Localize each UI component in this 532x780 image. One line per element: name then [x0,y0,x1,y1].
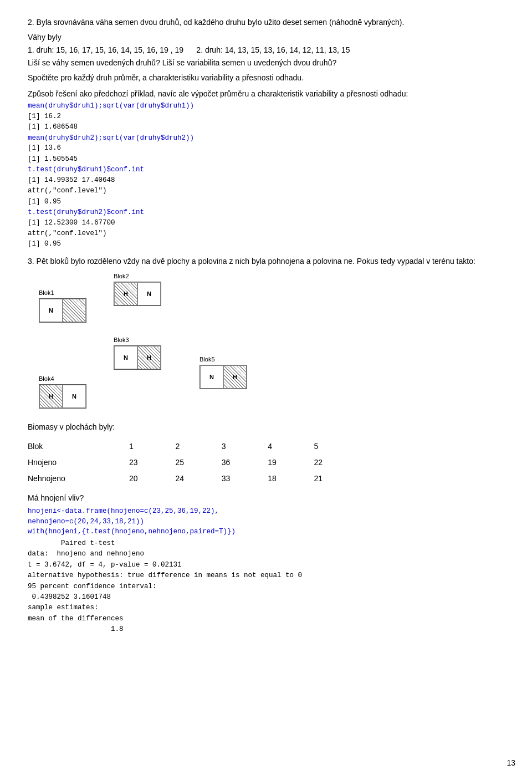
biomasy-hnojeno-v2: 25 [175,455,221,471]
biomasy-nehnojeno-v5: 21 [314,471,360,487]
blok1-cell-h [63,299,86,322]
blok4-label: Blok4 [39,374,86,384]
blok1-container: Blok1 N [39,288,86,323]
hnojeni-code-block: hnojeni<-data.frame(hnojeno=c(23,25,36,1… [28,506,504,537]
blok3-label: Blok3 [114,335,161,345]
blok5-cell-h: H [223,365,247,389]
druh1-data: 1. druh: 15, 16, 17, 15, 16, 14, 15, 16,… [28,44,504,56]
biomasy-hnojeno-label: Hnojeno [28,455,129,471]
blok4-container: Blok4 H N [39,374,86,409]
code-block-conf-druh2: t.test(druhy$druh2)$conf.int [1] 12.5230… [28,207,504,250]
blok5-cell-n: N [200,365,223,389]
biomasy-col-4: 4 [268,439,314,455]
blok5-container: Blok5 N H [200,355,247,390]
spoctete-text: Spočtěte pro každý druh průměr, a charak… [28,72,504,84]
blok2-label: Blok2 [114,272,161,281]
biomasy-title: Biomasy v plochách byly: [28,421,504,433]
page-number: 13 [507,757,515,769]
biomasy-nehnojeno-v3: 33 [222,471,268,487]
biomasy-nehnojeno-label: Nehnojeno [28,471,129,487]
biomasy-col-1: 1 [129,439,175,455]
blok4-cell-n: N [63,385,86,408]
blok3-cell-h: H [137,346,161,369]
zpusob-text: Způsob řešení ako předchozí příklad, nav… [28,88,504,100]
biomasy-hnojeno-v3: 36 [222,455,268,471]
blok4-cell-h: H [39,385,63,408]
blok2-container: Blok2 H N [114,272,161,307]
blok2-cell-h: H [114,282,137,305]
biomasy-nehnojeno-v2: 24 [175,471,221,487]
hnojeni-output: Paired t-test data: hnojeno and nehnojen… [28,538,504,635]
biomasy-header-row: Blok 1 2 3 4 5 [28,439,360,455]
section2-text: 2. Byla srovnávána váha semen dvou druhů… [28,17,504,28]
blok1-label: Blok1 [39,288,86,298]
biomasy-nehnojeno-row: Nehnojeno 20 24 33 18 21 [28,471,360,487]
biomasy-col-3: 3 [222,439,268,455]
blok2-cell-n: N [137,282,161,305]
biomasy-nehnojeno-v1: 20 [129,471,175,487]
biomasy-hnojeno-row: Hnojeno 23 25 36 19 22 [28,455,360,471]
biomasy-col-2: 2 [175,439,221,455]
biomasy-table: Blok 1 2 3 4 5 Hnojeno 23 25 36 19 22 Ne… [28,439,360,487]
biomasy-col-blok: Blok [28,439,129,455]
blok3-cell-n: N [114,346,137,369]
block-diagram-area: Blok1 N Blok2 H N Blok3 N H Blok4 H N Bl… [28,272,305,416]
blok5-label: Blok5 [200,355,247,364]
biomasy-hnojeno-v4: 19 [268,455,314,471]
biomasy-hnojeno-v5: 22 [314,455,360,471]
section3-text: 3. Pět bloků bylo rozděleno vždy na dvě … [28,256,504,267]
code-block-conf-druh1: t.test(druhy$druh1)$conf.int [1] 14.9935… [28,165,504,207]
code-block-druh1: mean(druhy$druh1);sqrt(var(druhy$druh1))… [28,101,504,133]
biomasy-col-5: 5 [314,439,360,455]
biomasy-nehnojeno-v4: 18 [268,471,314,487]
biomasy-hnojeno-v1: 23 [129,455,175,471]
vahy-label: Váhy byly [28,32,504,43]
hnojeni-question: Má hnojení vliv? [28,492,504,504]
blok3-container: Blok3 N H [114,335,161,370]
code-block-druh2: mean(druhy$druh2);sqrt(var(druhy$druh2))… [28,133,504,165]
lisi-text: Liší se váhy semen uvedených druhů? Liší… [28,57,504,69]
blok1-cell-n: N [39,299,63,322]
